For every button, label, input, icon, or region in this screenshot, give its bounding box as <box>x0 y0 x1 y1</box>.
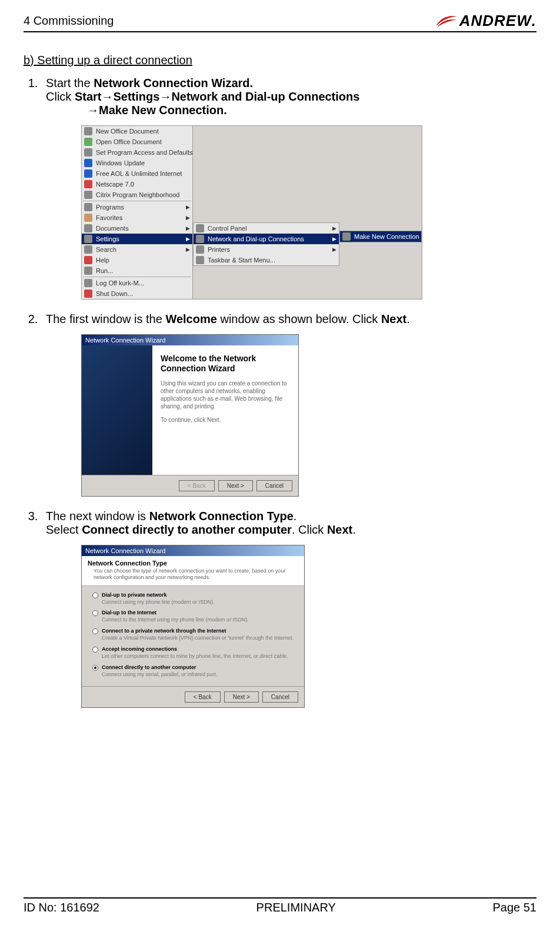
step-2: The first window is the Welcome window a… <box>41 312 536 497</box>
logo-swoosh-icon <box>435 13 458 29</box>
section-heading: b) Setting up a direct connection <box>24 54 536 67</box>
doc-status: PRELIMINARY <box>256 901 336 914</box>
menu-settings[interactable]: Settings▶ <box>82 234 192 244</box>
brand-logo: ANDREW. <box>435 12 536 30</box>
doc-id: ID No: 161692 <box>24 901 99 914</box>
page-number: Page 51 <box>492 901 536 914</box>
radio-icon <box>92 610 98 616</box>
next-button[interactable]: Next > <box>224 691 259 703</box>
radio-icon <box>92 593 98 598</box>
wizard-titlebar: Network Connection Wizard <box>82 545 304 556</box>
wizard-heading: Welcome to the Network Connection Wizard <box>161 354 290 374</box>
wizard-titlebar: Network Connection Wizard <box>82 335 298 345</box>
chapter-title: 4 Commissioning <box>24 14 114 30</box>
radio-option[interactable]: Accept incoming connections Let other co… <box>92 646 294 660</box>
radio-option[interactable]: Dial-up to the Internet Connect to the I… <box>92 610 294 623</box>
radio-option[interactable]: Dial-up to private network Connect using… <box>92 592 294 605</box>
brand-text: ANDREW <box>459 12 532 30</box>
radio-option[interactable]: Connect to a private network through the… <box>92 628 294 641</box>
screenshot-welcome-wizard: Network Connection Wizard Welcome to the… <box>81 334 299 497</box>
next-button[interactable]: Next > <box>218 480 253 491</box>
screenshot-connection-type: Network Connection Wizard Network Connec… <box>81 545 305 708</box>
radio-icon <box>92 628 98 634</box>
screenshot-start-menu: New Office Document Open Office Document… <box>81 125 422 300</box>
radio-icon <box>92 665 98 671</box>
back-button[interactable]: < Back <box>179 480 215 491</box>
step-3: The next window is Network Connection Ty… <box>41 510 536 708</box>
page-header: 4 Commissioning ANDREW. <box>24 12 536 32</box>
radio-option-selected[interactable]: Connect directly to another computer Con… <box>92 664 294 678</box>
cancel-button[interactable]: Cancel <box>256 480 292 491</box>
menu-network-dialup[interactable]: Network and Dial-up Connections▶ <box>194 234 339 244</box>
page-footer: ID No: 161692 PRELIMINARY Page 51 <box>24 897 536 914</box>
wizard-page-title: Network Connection Type <box>88 560 298 567</box>
wizard-banner <box>82 345 152 475</box>
back-button[interactable]: < Back <box>185 691 221 703</box>
menu-make-new-connection[interactable]: Make New Connection <box>340 231 421 242</box>
step-1: Start the Network Connection Wizard. Cli… <box>41 76 536 300</box>
radio-icon <box>92 647 98 653</box>
cancel-button[interactable]: Cancel <box>262 691 298 703</box>
